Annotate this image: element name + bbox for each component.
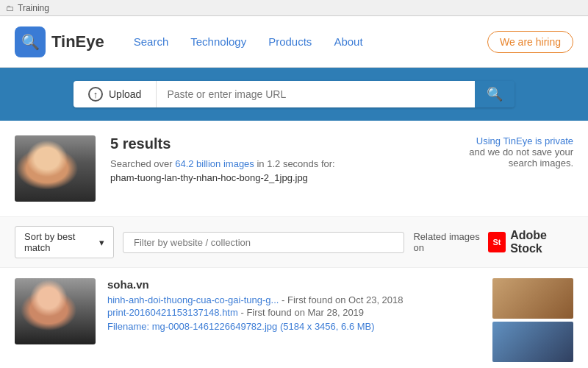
nav-search[interactable]: Search <box>134 35 169 48</box>
nav: Search Technology Products About <box>134 35 487 48</box>
result-link-2[interactable]: print-20160421153137148.htm - First foun… <box>107 307 481 318</box>
billion-images-highlight: 64.2 billion images <box>175 158 254 169</box>
result-details: soha.vn hinh-anh-doi-thuong-cua-co-gai-t… <box>107 278 481 332</box>
hiring-button[interactable]: We are hiring <box>487 31 573 53</box>
controls-section: Sort by best match ▾ Related images on S… <box>0 217 588 268</box>
result-date-1: - First found on Oct 23, 2018 <box>282 294 403 305</box>
logo[interactable]: 🔍 TinEye <box>15 26 104 57</box>
adobe-brand-text: Adobe Stock <box>510 229 573 255</box>
result-item: soha.vn hinh-anh-doi-thuong-cua-co-gai-t… <box>0 268 588 368</box>
result-url-1[interactable]: hinh-anh-doi-thuong-cua-co-gai-tung-g... <box>107 294 279 305</box>
sort-dropdown[interactable]: Sort by best match ▾ <box>15 226 114 258</box>
query-image-visual <box>15 135 96 202</box>
filter-input[interactable] <box>123 232 404 253</box>
upload-button[interactable]: ↑ Upload <box>74 81 157 107</box>
title-bar: 🗀 Training <box>0 0 588 16</box>
search-button[interactable]: 🔍 <box>475 81 514 107</box>
filename-label: Filename: <box>107 321 149 332</box>
nav-about[interactable]: About <box>334 35 362 48</box>
privacy-text: and we do not save your <box>456 146 573 158</box>
nav-technology[interactable]: Technology <box>190 35 246 48</box>
results-info: 5 results Searched over 64.2 billion ima… <box>110 135 441 183</box>
privacy-note: Using TinEye is private and we do not sa… <box>456 135 573 169</box>
upload-label: Upload <box>109 88 141 100</box>
adobe-preview-image-2[interactable] <box>492 322 573 362</box>
result-date-2: - First found on Mar 28, 2019 <box>240 307 364 318</box>
dropdown-arrow-icon: ▾ <box>99 237 104 248</box>
adobe-icon: St <box>488 232 506 252</box>
upload-icon: ↑ <box>88 87 103 102</box>
result-url-2[interactable]: print-20160421153137148.htm <box>107 307 238 318</box>
title-bar-label: Training <box>18 3 49 13</box>
adobe-icon-text: St <box>492 238 501 247</box>
header: 🔍 TinEye Search Technology Products Abou… <box>0 16 588 68</box>
sort-label: Sort by best match <box>24 231 93 253</box>
result-image <box>15 278 96 344</box>
adobe-preview <box>492 278 573 362</box>
privacy-text2: search images. <box>456 158 573 169</box>
search-icon: 🔍 <box>487 86 503 102</box>
result-link-1[interactable]: hinh-anh-doi-thuong-cua-co-gai-tung-g...… <box>107 294 481 305</box>
nav-products[interactable]: Products <box>268 35 312 48</box>
results-section: 5 results Searched over 64.2 billion ima… <box>0 121 588 217</box>
result-image-visual <box>15 278 96 344</box>
result-filename-row: Filename: mg-0008-1461226649782.jpg (518… <box>107 321 481 332</box>
privacy-link[interactable]: Using TinEye is private <box>456 135 573 146</box>
url-input[interactable] <box>157 81 475 107</box>
related-images-box: Related images on St Adobe Stock <box>413 229 573 255</box>
filename-dims: (5184 x 3456, 6.6 MB) <box>280 321 375 332</box>
adobe-preview-image-1[interactable] <box>492 278 573 319</box>
logo-icon: 🔍 <box>15 26 46 57</box>
results-filename: pham-tuong-lan-thy-nhan-hoc-bong-2_1jpg.… <box>110 172 441 183</box>
search-bar: ↑ Upload 🔍 <box>74 81 514 107</box>
results-count: 5 results <box>110 135 441 152</box>
folder-icon: 🗀 <box>6 4 14 13</box>
filename-link[interactable]: mg-0008-1461226649782.jpg <box>152 321 278 332</box>
search-section: ↑ Upload 🔍 <box>0 68 588 121</box>
result-site: soha.vn <box>107 278 481 291</box>
results-description: Searched over 64.2 billion images in 1.2… <box>110 157 441 172</box>
query-image <box>15 135 96 202</box>
logo-text: TinEye <box>51 32 104 52</box>
related-images-label: Related images on <box>413 231 483 253</box>
